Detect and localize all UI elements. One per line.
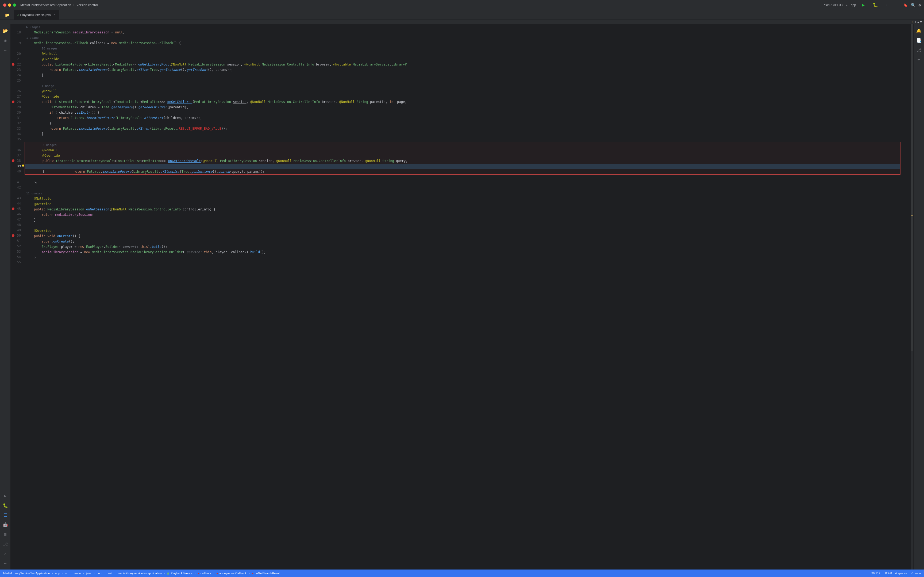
tab-playback-service[interactable]: J PlaybackService.java ✕ [14,10,59,20]
warning-icon: ⚠ [912,20,914,24]
code-line-25 [24,78,911,83]
minimap-viewport [911,24,913,351]
commit-icon[interactable]: ◉ [1,36,10,45]
line-20: 20 [11,51,24,56]
code-line-53: mediaLibrarySession = new MediaLibrarySe… [24,250,911,255]
line-26: 26 [11,89,24,94]
bookmarks-icon[interactable]: 📑 [914,36,923,45]
line-25: 25 [11,78,24,83]
line-hint-2usages [11,142,24,147]
line-35: 35 [11,137,24,142]
tab-close-button[interactable]: ✕ [53,13,56,16]
tab-more-button[interactable]: ⋯ [916,13,924,17]
code-line-55 [24,260,911,266]
line-53: 53 [11,249,24,254]
run-button[interactable]: ▶ [859,1,868,10]
line-hint-11usages [11,190,24,195]
debug-icon[interactable]: 🐛 [1,501,10,509]
bookmark-icon[interactable]: 🔖 [903,3,908,7]
hint-10usages: 10 usages [24,46,911,51]
line-38: 38 [11,158,24,163]
project-view-icon[interactable]: 📂 [1,26,10,35]
nav-down-button[interactable]: ▼ [920,20,922,24]
code-line-50: public void onCreate() { [24,234,911,239]
warning-indicator [911,215,913,216]
status-class-name[interactable]: ◉PlaybackService [167,572,192,575]
status-encoding[interactable]: UTF-8 [884,572,892,575]
editor-area: 18 19 20 21 22 23 24 25 26 27 28 29 [11,24,913,569]
status-on-get-search-result[interactable]: ●onGetSearchResult [252,572,280,575]
status-bar-right: 39:112 UTF-8 4 spaces ⎇ main [871,572,921,575]
status-callback[interactable]: ●callback [198,572,211,575]
git-icon-right[interactable]: ⎇ [914,46,923,54]
status-position[interactable]: 39:112 [871,572,881,575]
device-label: Pixel 5 API 33 [823,3,843,7]
code-line-28: public ListenableFuture<LibraryResult<Im… [24,99,911,105]
git-icon[interactable]: ⎇ [1,540,10,548]
status-indent[interactable]: 4 spaces [895,572,907,575]
app-name: MediaLibraryServiceTestApplication [20,3,71,7]
line-hint-6usages [11,24,24,30]
warning-count: 1 [914,20,916,24]
warnings-bar: ⚠ 1 ▲ ▼ [0,20,924,24]
hint-2usages: 2 usages [25,142,900,148]
code-line-41: }; [24,180,911,185]
code-line-33: return Futures.immediateFuture(LibraryRe… [24,126,911,131]
status-anonymous-callback[interactable]: ●anonymous Callback [216,572,246,575]
status-app-name[interactable]: MediaLibraryServiceTestApplication [3,572,50,575]
search-icon[interactable]: 🔍 [911,3,916,7]
line-37: 37 [11,153,24,158]
line-44: 44 [11,201,24,206]
android-icon[interactable]: 🤖 [1,520,10,529]
run-icon[interactable]: ▶ [1,492,10,500]
line-hint-10usages [11,46,24,51]
version-control-label: Version control [76,3,98,7]
left-sidebar: 📂 ◉ ⋯ ▶ 🐛 ☰ 🤖 ⊞ ⎇ ⚠ ⋯ [0,24,11,569]
line-48: 48 [11,222,24,227]
minimize-button[interactable] [8,3,11,7]
close-button[interactable] [3,3,6,7]
code-line-54: } [24,255,911,260]
line-numbers: 18 19 20 21 22 23 24 25 26 27 28 29 [11,24,24,569]
status-app-module[interactable]: app [55,572,60,575]
code-line-35 [24,137,911,142]
debug-button[interactable]: 🐛 [871,1,880,10]
code-line-26: @NonNull [24,89,911,94]
terminal-icon[interactable]: ⊞ [1,530,10,538]
code-line-38: public ListenableFuture<LibraryResult<Im… [25,158,900,164]
line-block-end [11,174,24,179]
status-git-branch[interactable]: ⎇ main [910,572,921,575]
code-line-22: public ListenableFuture<LibraryResult<Me… [24,62,911,67]
line-47: 47 [11,217,24,222]
line-46: 46 [11,211,24,217]
problems-icon[interactable]: ⚠ [1,549,10,558]
code-container[interactable]: 18 19 20 21 22 23 24 25 26 27 28 29 [11,24,913,569]
settings-icon[interactable]: ⚙ [919,3,921,7]
code-line-51: super.onCreate(); [24,239,911,244]
notifications-icon[interactable]: 🔔 [914,26,923,35]
traffic-lights [3,3,16,7]
status-bar: MediaLibraryServiceTestApplication › app… [0,569,924,577]
maximize-button[interactable] [13,3,16,7]
bottom-more-icon[interactable]: ⋯ [1,559,10,567]
line-24: 24 [11,73,24,78]
line-43: 43 [11,195,24,201]
structure-icon[interactable]: ☰ [1,511,10,519]
tab-label: PlaybackService.java [20,13,51,17]
line-hint-1usage [11,35,24,40]
code-line-30: if (!children.isEmpty()) { [24,110,911,115]
changes-icon[interactable]: ± [914,55,923,64]
line-19: 19 [11,40,24,46]
line-51: 51 [11,238,24,243]
code-line-20: @NonNull [24,51,911,56]
more-tools-icon[interactable]: ⋯ [1,46,10,54]
code-line-43: @Nullable [24,196,911,201]
code-content[interactable]: 6 usages MediaLibrarySession mediaLibrar… [24,24,911,569]
highlight-block: 2 usages @NonNull @Override public Liste… [24,142,900,175]
code-line-48 [24,223,911,228]
more-button[interactable]: ⋯ [883,1,892,10]
line-31: 31 [11,115,24,121]
nav-up-button[interactable]: ▲ [917,20,919,24]
line-18: 18 [11,30,24,35]
project-icon[interactable]: 📁 [3,11,11,19]
